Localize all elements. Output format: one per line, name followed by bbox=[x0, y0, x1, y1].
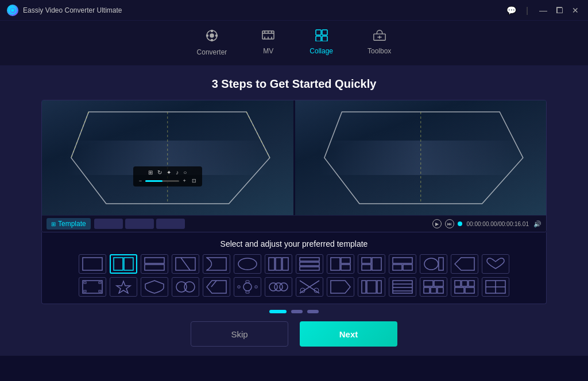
svg-rect-69 bbox=[362, 281, 366, 293]
maximize-button[interactable]: ⧠ bbox=[554, 5, 565, 16]
converter-label: Converter bbox=[197, 48, 227, 56]
skip-button[interactable]: Skip bbox=[191, 321, 288, 347]
template-4[interactable] bbox=[172, 254, 199, 274]
svg-rect-24 bbox=[124, 258, 133, 270]
nav-mv[interactable]: MV bbox=[256, 26, 281, 59]
app-logo bbox=[7, 5, 18, 16]
mv-label: MV bbox=[263, 47, 273, 55]
nav-toolbox[interactable]: Toolbox bbox=[362, 26, 397, 59]
svg-rect-23 bbox=[114, 258, 123, 270]
svg-point-4 bbox=[211, 30, 212, 32]
svg-marker-68 bbox=[331, 281, 350, 293]
preview-images: ⊞ ↻ ✦ ♪ ○ − + ⊡ bbox=[42, 100, 546, 215]
template-11[interactable] bbox=[389, 254, 416, 274]
template-24[interactable] bbox=[358, 277, 385, 297]
svg-point-5 bbox=[215, 35, 217, 37]
template-14[interactable] bbox=[482, 254, 509, 274]
template-bar-right: ▶ ⏭ 00:00:00.00/00:00:16.01 🔊 bbox=[432, 219, 541, 228]
template-12[interactable] bbox=[420, 254, 447, 274]
svg-point-58 bbox=[243, 283, 252, 291]
svg-rect-81 bbox=[455, 281, 461, 286]
template-28[interactable] bbox=[482, 277, 509, 297]
template-section: Select and adjust your preferred templat… bbox=[41, 232, 547, 304]
mv-icon bbox=[261, 29, 275, 45]
tab-other-1[interactable] bbox=[94, 219, 123, 229]
rowing-bg-right bbox=[295, 100, 547, 215]
tab-other-3[interactable] bbox=[156, 219, 185, 229]
svg-rect-37 bbox=[341, 258, 350, 263]
titlebar-left: Eassiy Video Converter Ultimate bbox=[7, 5, 122, 16]
svg-rect-52 bbox=[99, 290, 101, 292]
template-25[interactable] bbox=[389, 277, 416, 297]
tab-other-2[interactable] bbox=[125, 219, 154, 229]
template-tab[interactable]: ⊞ Template bbox=[47, 218, 91, 230]
message-icon[interactable]: 💬 bbox=[505, 5, 517, 16]
svg-rect-50 bbox=[84, 290, 86, 292]
template-15[interactable] bbox=[79, 277, 106, 297]
template-19[interactable] bbox=[203, 277, 230, 297]
template-tab-label: Template bbox=[58, 220, 86, 228]
template-23[interactable] bbox=[327, 277, 354, 297]
template-2[interactable] bbox=[110, 254, 137, 274]
template-6[interactable] bbox=[234, 254, 261, 274]
plus-icon: + bbox=[183, 178, 185, 184]
window-controls: 💬 | — ⧠ ✕ bbox=[505, 5, 581, 16]
template-7[interactable] bbox=[265, 254, 292, 274]
template-10[interactable] bbox=[358, 254, 385, 274]
step-button[interactable]: ⏭ bbox=[445, 219, 454, 228]
template-8[interactable] bbox=[296, 254, 323, 274]
svg-rect-9 bbox=[316, 30, 321, 35]
minus-icon: − bbox=[139, 178, 142, 184]
template-16[interactable] bbox=[110, 277, 137, 297]
media-controls: ⊞ ↻ ✦ ♪ ○ − + ⊡ bbox=[133, 166, 202, 186]
play-button[interactable]: ▶ bbox=[432, 219, 442, 228]
svg-point-55 bbox=[184, 282, 195, 292]
settings-icon: ○ bbox=[183, 169, 187, 176]
template-9[interactable] bbox=[327, 254, 354, 274]
svg-rect-46 bbox=[439, 258, 443, 270]
pagination-dot-3[interactable] bbox=[307, 310, 319, 313]
close-button[interactable]: ✕ bbox=[570, 5, 581, 16]
template-3[interactable] bbox=[141, 254, 168, 274]
template-18[interactable] bbox=[172, 277, 199, 297]
minimize-button[interactable]: — bbox=[537, 5, 549, 16]
svg-rect-83 bbox=[469, 281, 474, 286]
template-27[interactable] bbox=[451, 277, 478, 297]
template-20[interactable] bbox=[234, 277, 261, 297]
svg-rect-85 bbox=[465, 287, 474, 293]
template-5[interactable] bbox=[203, 254, 230, 274]
svg-rect-38 bbox=[341, 265, 350, 270]
collage-icon bbox=[315, 29, 328, 45]
nav-collage[interactable]: Collage bbox=[304, 26, 339, 59]
volume-icon[interactable]: 🔊 bbox=[533, 220, 541, 228]
effect-icon: ✦ bbox=[167, 169, 171, 176]
template-21[interactable] bbox=[265, 277, 292, 297]
svg-rect-30 bbox=[269, 258, 274, 270]
action-buttons: Skip Next bbox=[191, 321, 397, 347]
svg-rect-78 bbox=[424, 287, 430, 293]
svg-rect-44 bbox=[403, 265, 412, 270]
template-22[interactable] bbox=[296, 277, 323, 297]
pagination-dot-2[interactable] bbox=[291, 310, 303, 313]
svg-point-29 bbox=[238, 258, 257, 270]
next-button[interactable]: Next bbox=[300, 321, 397, 347]
template-26[interactable] bbox=[420, 277, 447, 297]
svg-rect-84 bbox=[455, 287, 464, 293]
app-title: Eassiy Video Converter Ultimate bbox=[23, 6, 122, 14]
pagination-dot-1[interactable] bbox=[269, 310, 287, 313]
svg-line-57 bbox=[211, 281, 216, 287]
template-13[interactable] bbox=[451, 254, 478, 274]
crop-icon: ⊞ bbox=[148, 169, 153, 176]
svg-rect-79 bbox=[431, 287, 436, 293]
template-tab-others bbox=[94, 219, 185, 229]
media-controls-icons: ⊞ ↻ ✦ ♪ ○ bbox=[148, 169, 187, 176]
svg-rect-77 bbox=[434, 281, 443, 286]
slider-track bbox=[145, 180, 179, 182]
nav-converter[interactable]: Converter bbox=[191, 26, 233, 59]
preview-area: ⊞ ↻ ✦ ♪ ○ − + ⊡ bbox=[41, 100, 547, 232]
rowing-bg-left bbox=[42, 100, 293, 215]
template-17[interactable] bbox=[141, 277, 168, 297]
volume-slider[interactable]: − + ⊡ bbox=[139, 178, 196, 184]
template-1[interactable] bbox=[79, 254, 106, 274]
progress-indicator bbox=[458, 221, 462, 226]
